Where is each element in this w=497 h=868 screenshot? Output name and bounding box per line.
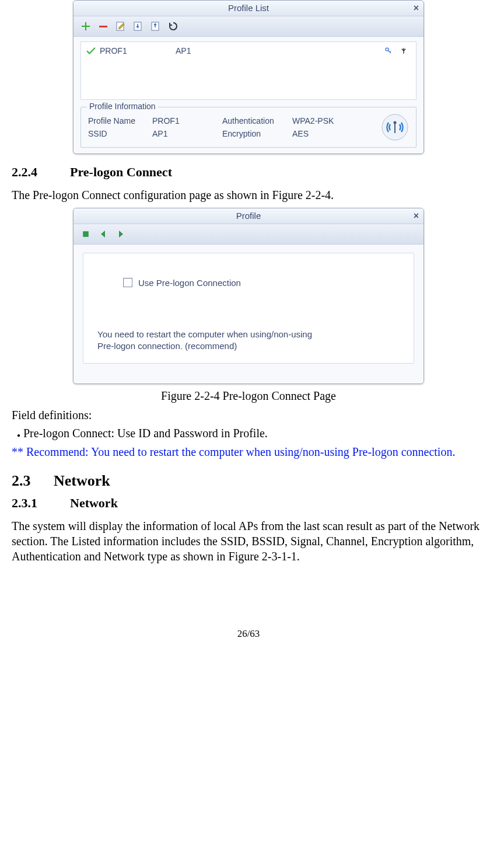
heading-2-3: 2.3Network xyxy=(12,472,485,490)
window-title: Profile xyxy=(236,211,261,221)
svg-rect-7 xyxy=(83,231,89,237)
key-icon xyxy=(382,44,395,57)
export-icon[interactable] xyxy=(149,20,162,33)
recommend-note: ** Recommend: You need to restart the co… xyxy=(12,445,485,460)
restart-message: You need to restart the computer when us… xyxy=(97,329,403,353)
import-icon[interactable] xyxy=(132,20,145,33)
intro-paragraph: The Pre-logon Connect configuration page… xyxy=(12,188,485,203)
window-title: Profile List xyxy=(228,3,269,13)
close-icon[interactable]: × xyxy=(414,208,419,224)
svg-point-6 xyxy=(394,121,397,124)
panel: Use Pre-logon Connection You need to res… xyxy=(83,253,414,364)
field-definitions-list: Pre-logon Connect: Use ID and Password i… xyxy=(13,427,485,440)
svg-rect-0 xyxy=(99,26,107,27)
encryption-value: AES xyxy=(292,129,356,138)
stop-icon[interactable] xyxy=(79,228,92,240)
ssid-value: AP1 xyxy=(152,129,222,138)
checkbox-icon[interactable] xyxy=(123,278,132,287)
profile-row[interactable]: PROF1 AP1 xyxy=(85,44,412,57)
edit-icon[interactable] xyxy=(114,20,127,33)
back-arrow-icon[interactable] xyxy=(97,228,110,240)
list-item: Pre-logon Connect: Use ID and Password i… xyxy=(23,427,485,440)
heading-title: Network xyxy=(70,496,118,510)
section-2-3-1-paragraph: The system will display the information … xyxy=(12,519,485,564)
profile-list-window: Profile List × xyxy=(73,0,424,154)
ssid-label: SSID xyxy=(88,129,152,138)
refresh-icon[interactable] xyxy=(167,20,180,33)
profile-name-label: Profile Name xyxy=(88,116,152,126)
encryption-label: Encryption xyxy=(222,129,292,138)
authentication-label: Authentication xyxy=(222,116,292,126)
profile-information-group: Profile Information Profile Name PROF1 A… xyxy=(80,107,416,148)
profile-window: Profile × Use Pre-logon Connection You n xyxy=(73,208,424,384)
prelogon-checkbox-row[interactable]: Use Pre-logon Connection xyxy=(123,278,403,288)
wifi-icon xyxy=(381,113,409,141)
msg-line-1: You need to restart the computer when us… xyxy=(97,329,403,340)
msg-line-2: Pre-logon connection. (recommend) xyxy=(97,340,403,352)
profile-name-value: PROF1 xyxy=(152,116,222,126)
titlebar: Profile × xyxy=(74,208,424,224)
forward-arrow-icon[interactable] xyxy=(114,228,127,240)
toolbar xyxy=(74,224,424,245)
heading-title: Network xyxy=(54,472,110,489)
checkbox-label: Use Pre-logon Connection xyxy=(138,278,241,288)
field-definitions-label: Field definitions: xyxy=(12,408,485,423)
authentication-value: WPA2-PSK xyxy=(292,116,356,126)
heading-number: 2.3.1 xyxy=(12,496,70,511)
heading-2-2-4: 2.2.4Pre-logon Connect xyxy=(12,165,485,180)
page-number: 26/63 xyxy=(12,628,485,640)
profile-ssid-cell: AP1 xyxy=(176,46,382,55)
antenna-icon xyxy=(397,44,410,57)
remove-icon[interactable] xyxy=(97,20,110,33)
titlebar: Profile List × xyxy=(74,1,424,16)
heading-number: 2.3 xyxy=(12,472,54,490)
profile-name-cell: PROF1 xyxy=(100,46,176,55)
heading-2-3-1: 2.3.1Network xyxy=(12,496,485,511)
connected-check-icon xyxy=(85,44,97,57)
add-icon[interactable] xyxy=(79,20,92,33)
heading-number: 2.2.4 xyxy=(12,165,70,180)
figure-caption: Figure 2-2-4 Pre-logon Connect Page xyxy=(12,389,485,404)
heading-title: Pre-logon Connect xyxy=(70,165,172,179)
toolbar xyxy=(74,16,424,37)
group-legend: Profile Information xyxy=(87,102,158,111)
profile-list: PROF1 AP1 xyxy=(80,41,416,100)
close-icon[interactable]: × xyxy=(414,1,419,16)
